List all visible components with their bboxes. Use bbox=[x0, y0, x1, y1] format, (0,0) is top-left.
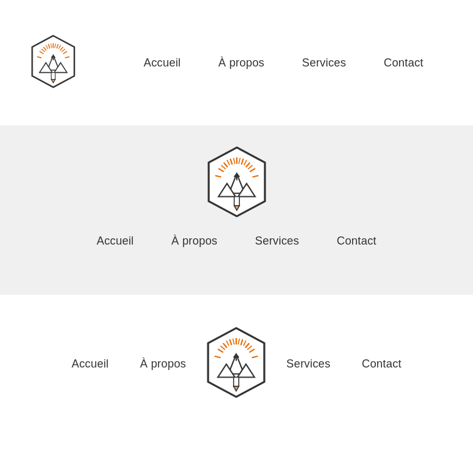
section1: Accueil À propos Services Contact bbox=[0, 0, 473, 125]
nav-contact-s1[interactable]: Contact bbox=[383, 56, 423, 70]
nav-services-s2[interactable]: Services bbox=[255, 235, 299, 248]
logo-section2 bbox=[199, 144, 274, 222]
nav-services-s1[interactable]: Services bbox=[302, 56, 346, 70]
svg-rect-64 bbox=[234, 377, 239, 386]
nav-section3-right: Services Contact bbox=[286, 357, 402, 371]
nav-accueil-s2[interactable]: Accueil bbox=[96, 235, 133, 248]
section3: Accueil À propos bbox=[0, 295, 473, 433]
nav-apropos-s1[interactable]: À propos bbox=[219, 56, 264, 70]
nav-apropos-s3[interactable]: À propos bbox=[140, 357, 186, 371]
svg-rect-42 bbox=[234, 196, 239, 206]
nav-contact-s2[interactable]: Contact bbox=[336, 235, 376, 248]
logo-section1 bbox=[25, 33, 81, 92]
nav-services-s3[interactable]: Services bbox=[286, 357, 330, 371]
nav-section2: Accueil À propos Services Contact bbox=[96, 235, 377, 248]
nav-section3-left: Accueil À propos bbox=[71, 357, 186, 371]
nav-section1: Accueil À propos Services Contact bbox=[119, 56, 448, 70]
nav-contact-s3[interactable]: Contact bbox=[361, 357, 401, 371]
section2: Accueil À propos Services Contact bbox=[0, 125, 473, 295]
nav-accueil-s1[interactable]: Accueil bbox=[143, 56, 180, 70]
svg-rect-20 bbox=[51, 73, 55, 80]
nav-accueil-s3[interactable]: Accueil bbox=[71, 357, 108, 371]
logo-section3 bbox=[199, 325, 274, 403]
nav-apropos-s2[interactable]: À propos bbox=[172, 235, 217, 248]
